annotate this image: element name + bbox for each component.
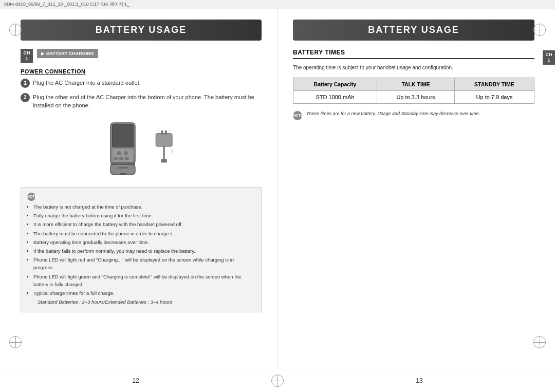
svg-rect-15: [164, 130, 166, 135]
svg-rect-12: [120, 173, 126, 175]
page-number-right: 13: [284, 377, 555, 384]
svg-rect-8: [125, 157, 129, 160]
page-left: BATTERY USAGE CH1 BATTERY CHARGING POWER…: [0, 9, 278, 369]
svg-rect-14: [161, 130, 163, 135]
right-page-title: BATTERY USAGE: [293, 20, 534, 41]
svg-point-5: [124, 151, 128, 155]
page-number-left: 12: [0, 377, 271, 384]
svg-rect-13: [156, 133, 172, 146]
step-1: 1 Plug the AC Charger into a standard ou…: [21, 79, 262, 88]
note-item-5: Battery operating time gradually decreas…: [33, 238, 255, 246]
ch-badge-right: CH1: [543, 50, 555, 65]
note-item-7: Phone LED will light red and "Charging..…: [33, 256, 255, 271]
svg-rect-2: [113, 125, 133, 147]
note-item-4: The battery must be connected to the pho…: [33, 230, 255, 237]
top-bar: 9DM-8910_90/99_7_011_10 _001:1_010 5:17 …: [0, 0, 555, 9]
crosshair-center: [271, 375, 284, 387]
note-item-10: Standard Batteries : 2–3 hours/Extended …: [38, 298, 255, 306]
step-2-text: Plug the other end of the AC Charger int…: [33, 93, 262, 110]
operating-time-text: The operating time is subject to your ha…: [293, 64, 534, 71]
note-icon-right: NOTE: [293, 111, 302, 120]
svg-rect-3: [113, 149, 133, 162]
col-header-standby: STANDBY TIME: [454, 78, 534, 91]
main-content: BATTERY USAGE CH1 BATTERY CHARGING POWER…: [0, 9, 555, 369]
battery-table: Battery Capacity TALK TIME STANDBY TIME …: [293, 78, 534, 104]
step-2-number: 2: [21, 93, 30, 102]
top-bar-text: 9DM-8910_90/99_7_011_10 _001:1_010 5:17 …: [4, 2, 130, 7]
cell-talk: Up to 3.3 hours: [377, 91, 455, 104]
cell-capacity: STD 1000 mAh: [293, 91, 377, 104]
left-page-title: BATTERY USAGE: [21, 20, 262, 41]
table-head: Battery Capacity TALK TIME STANDBY TIME: [293, 78, 534, 91]
svg-rect-11: [118, 167, 127, 169]
svg-rect-6: [114, 157, 118, 160]
battery-times-title: BATTERY TIMES: [293, 49, 534, 59]
svg-point-4: [117, 151, 121, 155]
col-header-talk: TALK TIME: [377, 78, 455, 91]
svg-rect-17: [161, 159, 167, 162]
note-right: NOTE These times are for a new battery. …: [293, 111, 534, 120]
table-row: STD 1000 mAh Up to 3.3 hours Up to 7.9 d…: [293, 91, 534, 104]
note-item-8: Phone LED will light green and "Charging…: [33, 273, 255, 288]
power-connection-title: POWER CONNECTION: [21, 68, 262, 74]
note-item-3: It is more efficient to charge the batte…: [33, 220, 255, 228]
note-item-9: Typical charge times for a full charge.: [33, 289, 255, 297]
note-item-1: The battery is not charged at the time o…: [33, 203, 255, 211]
col-header-capacity: Battery Capacity: [293, 78, 377, 91]
crosshair-bottom-left: [9, 336, 22, 348]
note-item-6: If the battery fails to perform normally…: [33, 247, 255, 255]
chapter-left-section: CH1 BATTERY CHARGING: [21, 49, 262, 63]
phone-illustration: ↓: [21, 120, 262, 177]
note-item-2: Fully charge the battery before using it…: [33, 212, 255, 219]
ch-badge-left: CH1: [21, 49, 33, 63]
note-icon-left: NOTE: [27, 193, 35, 201]
crosshair-top-right: [533, 24, 546, 36]
cell-standby: Up to 7.9 days: [454, 91, 534, 104]
page-bottom: 12 13: [0, 369, 555, 392]
crosshair-top-left: [9, 24, 22, 36]
step-1-text: Plug the AC Charger into a standard outl…: [33, 79, 141, 87]
svg-rect-7: [119, 157, 123, 160]
charger-svg: ↓: [152, 128, 177, 169]
table-body: STD 1000 mAh Up to 3.3 hours Up to 7.9 d…: [293, 91, 534, 104]
table-header-row: Battery Capacity TALK TIME STANDBY TIME: [293, 78, 534, 91]
note-list: The battery is not charged at the time o…: [33, 203, 255, 306]
battery-charging-badge: BATTERY CHARGING: [37, 49, 98, 58]
svg-text:↓: ↓: [170, 146, 174, 154]
step-1-number: 1: [21, 79, 30, 88]
note-box-left: NOTE The battery is not charged at the t…: [21, 187, 262, 313]
crosshair-bottom-right: [533, 336, 546, 348]
note-right-text: These times are for a new battery. Usage…: [306, 111, 480, 116]
step-2: 2 Plug the other end of the AC Charger i…: [21, 93, 262, 110]
page-right: BATTERY USAGE BATTERY TIMES The operatin…: [278, 9, 555, 369]
phone-svg: [105, 120, 141, 177]
